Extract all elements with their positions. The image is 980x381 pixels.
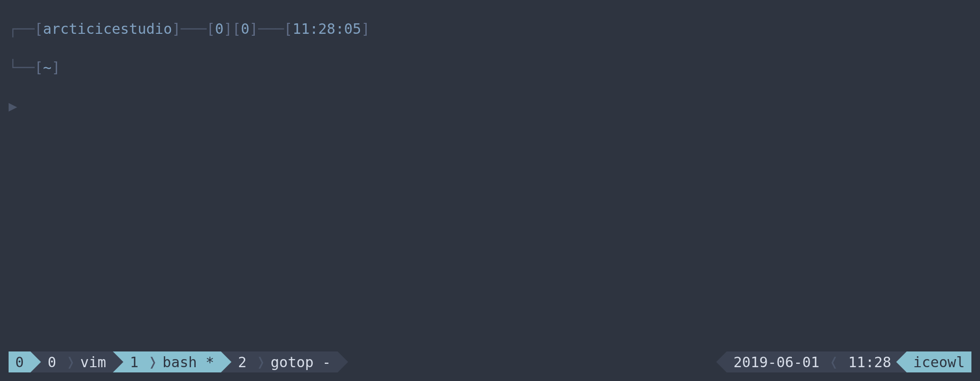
host-segment: iceowl [907, 351, 971, 372]
chevron-right-icon: ❭ [253, 351, 269, 372]
bracket-open: [ [34, 59, 43, 76]
powerline-arrow-right-icon [113, 351, 123, 372]
prompt-caret-icon: ▶ [9, 98, 17, 114]
time-segment: 11:28 [841, 351, 896, 372]
window-label: vim [80, 354, 106, 371]
prompt-time: 11:28:05 [292, 20, 361, 37]
window-name-1[interactable]: bash * [160, 351, 220, 372]
bracket-close: ] [250, 20, 258, 37]
bracket-close: ] [51, 59, 60, 76]
window-tab-1-active[interactable]: 1 [123, 351, 145, 372]
bracket-open: [ [207, 20, 215, 37]
prompt-status-1: 0 [215, 20, 224, 37]
bracket-open: [ [284, 20, 292, 37]
session-segment[interactable]: 0 [9, 351, 30, 372]
window-index: 2 [238, 354, 247, 371]
session-index: 0 [15, 354, 24, 371]
bracket-open: [ [34, 20, 43, 37]
chevron-left-icon: ❬ [826, 351, 841, 372]
window-name-2[interactable]: gotop - [269, 351, 337, 372]
window-label: bash [162, 354, 197, 371]
window-name-0[interactable]: vim [79, 351, 113, 372]
window-flag: * [206, 354, 214, 371]
bracket-open: [ [232, 20, 241, 37]
box-top-left: ┌── [9, 20, 34, 37]
powerline-arrow-right-icon [30, 351, 41, 372]
date-segment: 2019-06-01 [727, 351, 826, 372]
tmux-statusbar: 0 0 ❭ vim 1 ❭ bash * 2 ❭ gotop - [9, 351, 971, 372]
window-label: gotop [270, 354, 313, 371]
box-bottom-left: └── [9, 59, 34, 76]
window-index: 0 [48, 354, 56, 371]
window-tab-2[interactable]: 2 [231, 351, 253, 372]
connector: ─── [258, 20, 284, 37]
status-time: 11:28 [848, 354, 891, 371]
prompt-user: arcticicestudio [43, 20, 172, 37]
powerline-arrow-left-icon [716, 351, 727, 372]
status-date: 2019-06-01 [733, 354, 820, 371]
powerline-arrow-left-icon [896, 351, 907, 372]
bracket-close: ] [224, 20, 232, 37]
connector: ─── [180, 20, 206, 37]
window-index: 1 [130, 354, 139, 371]
prompt-status-2: 0 [241, 20, 250, 37]
window-tab-0[interactable]: 0 [41, 351, 63, 372]
status-host: iceowl [913, 354, 965, 371]
bracket-close: ] [361, 20, 370, 37]
powerline-arrow-right-icon [338, 351, 348, 372]
terminal-output[interactable]: ┌──[arcticicestudio]───[0][0]───[11:28:0… [0, 0, 980, 116]
bracket-close: ] [172, 20, 180, 37]
prompt-cwd: ~ [43, 59, 51, 76]
statusbar-spacer [348, 351, 717, 372]
window-flag: - [322, 354, 331, 371]
chevron-right-icon: ❭ [145, 351, 160, 372]
powerline-arrow-right-icon [221, 351, 231, 372]
chevron-right-icon: ❭ [63, 351, 78, 372]
